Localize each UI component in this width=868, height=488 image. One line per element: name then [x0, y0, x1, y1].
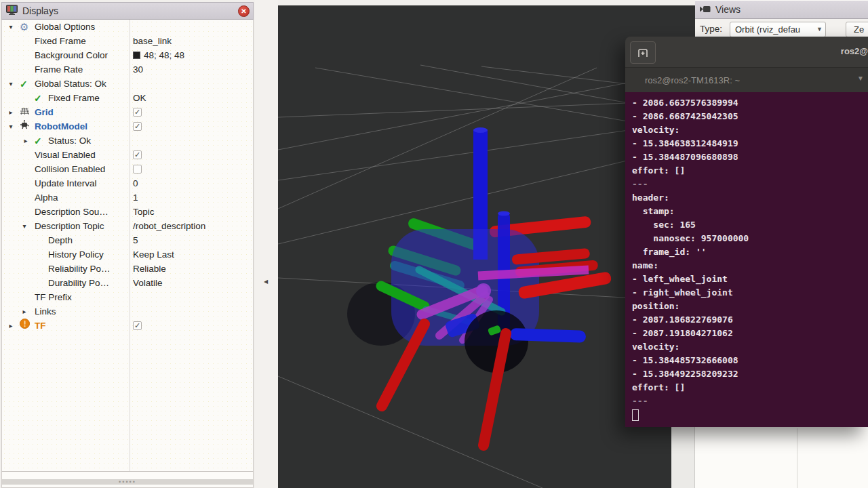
row-label: RobotModel [35, 119, 87, 134]
terminal-tab-bar[interactable]: ros2@ros2-TM1613R: ~ ▼ [625, 68, 868, 92]
row-checkbox[interactable]: ✓ [133, 150, 142, 159]
terminal-line: - right_wheel_joint [632, 286, 865, 300]
tree-row-robotmodel[interactable]: ▾RobotModel✓ [2, 119, 253, 134]
expander-open-icon[interactable]: ▾ [20, 219, 28, 233]
tree-row-description-topic[interactable]: ▾Description Topic/robot_description [2, 219, 253, 233]
row-checkbox[interactable]: ✓ [133, 122, 142, 131]
terminal-window[interactable]: ros2@ ros2@ros2-TM1613R: ~ ▼ - 2086.6637… [625, 37, 868, 427]
row-value[interactable]: Reliable [133, 262, 166, 276]
expander-open-icon[interactable]: ▾ [7, 20, 15, 34]
row-value[interactable]: 1 [133, 190, 138, 205]
terminal-output[interactable]: - 2086.6637576389994- 2086.6687425042305… [625, 92, 868, 427]
dock-resize-gutter[interactable]: ◀ [255, 0, 278, 488]
terminal-line: - 2087.186822769076 [632, 313, 865, 327]
new-tab-button[interactable] [630, 41, 656, 64]
tree-row-status-ok[interactable]: ▸✓Status: Ok [2, 134, 253, 148]
row-value[interactable]: OK [133, 91, 146, 105]
tree-row-global-status-ok[interactable]: ▾✓Global Status: Ok [2, 77, 253, 91]
views-scroll-gutter[interactable] [671, 427, 695, 488]
robot-icon [20, 119, 29, 134]
row-label: Durability Po… [48, 276, 109, 290]
expander-open-icon[interactable]: ▾ [7, 119, 15, 134]
row-checkbox[interactable]: ✓ [133, 321, 142, 330]
row-label: Status: Ok [48, 134, 91, 148]
expander-open-icon[interactable]: ▾ [7, 77, 15, 91]
expander-closed-icon[interactable]: ▸ [7, 319, 15, 333]
terminal-line: --- [632, 178, 865, 191]
tree-row-collision-enabled[interactable]: Collision Enabled [2, 162, 253, 176]
tree-row-links[interactable]: ▸Links [2, 304, 253, 319]
row-label: Links [35, 304, 56, 319]
row-label: Fixed Frame [35, 34, 86, 48]
views-list-divider [797, 428, 797, 488]
terminal-line: --- [632, 394, 865, 408]
tf-warning-icon [20, 319, 30, 333]
row-checkbox[interactable] [133, 165, 142, 174]
tree-row-update-interval[interactable]: Update Interval0 [2, 176, 253, 190]
views-icon [700, 4, 711, 15]
tree-row-description-sou-[interactable]: Description Sou…Topic [2, 205, 253, 219]
status-ok-check-icon: ✓ [20, 79, 28, 89]
row-checkbox[interactable]: ✓ [133, 108, 142, 117]
row-label: Visual Enabled [35, 148, 96, 162]
views-panel-header[interactable]: Views [695, 1, 868, 19]
terminal-line: effort: [] [632, 164, 865, 178]
row-value[interactable]: 30 [133, 62, 143, 77]
row-value[interactable]: base_link [133, 34, 172, 48]
row-value[interactable]: Volatile [133, 276, 163, 290]
views-panel-title: Views [715, 4, 741, 15]
terminal-line: - 2086.6687425042305 [632, 110, 865, 123]
tree-row-reliability-po-[interactable]: Reliability Po…Reliable [2, 262, 253, 276]
tree-row-global-options[interactable]: ▾⚙Global Options [2, 20, 253, 34]
view-type-dropdown[interactable]: Orbit (rviz_defau ▼ [730, 22, 826, 37]
tree-row-fixed-frame[interactable]: Fixed Framebase_link [2, 34, 253, 48]
panel-splitter-handle[interactable]: ••••• [2, 479, 253, 485]
row-value[interactable]: Topic [133, 205, 155, 219]
row-label: Grid [35, 105, 54, 119]
tree-row-grid[interactable]: ▸Grid✓ [2, 105, 253, 119]
terminal-line: - 15.384492258209232 [632, 367, 865, 381]
row-value[interactable]: Keep Last [133, 247, 174, 262]
expander-closed-icon[interactable]: ▸ [20, 304, 28, 319]
row-label: Alpha [35, 190, 58, 205]
terminal-line: nanosec: 957000000 [632, 232, 865, 245]
row-value[interactable]: 0 [133, 176, 138, 190]
row-label: Reliability Po… [48, 262, 111, 276]
close-icon[interactable]: ✕ [238, 5, 250, 17]
collapse-panel-icon[interactable]: ◀ [264, 279, 268, 285]
row-value[interactable]: 5 [133, 233, 138, 247]
row-value[interactable]: 48; 48; 48 [133, 48, 184, 62]
row-label: Fixed Frame [48, 91, 100, 105]
tree-row-history-policy[interactable]: History PolicyKeep Last [2, 247, 253, 262]
tree-row-durability-po-[interactable]: Durability Po…Volatile [2, 276, 253, 290]
tree-row-alpha[interactable]: Alpha1 [2, 190, 253, 205]
tree-row-frame-rate[interactable]: Frame Rate30 [2, 62, 253, 77]
terminal-line: velocity: [632, 340, 865, 354]
type-label: Type: [700, 24, 722, 34]
displays-panel-header[interactable]: Displays ✕ [1, 2, 254, 20]
terminal-line: position: [632, 300, 865, 313]
displays-icon [6, 5, 18, 17]
displays-tree[interactable]: ▾⚙Global OptionsFixed Framebase_linkBack… [1, 20, 254, 471]
terminal-line: - 2086.6637576389994 [632, 96, 865, 110]
terminal-cursor [632, 409, 639, 421]
expander-closed-icon[interactable]: ▸ [7, 105, 15, 119]
row-label: Depth [48, 233, 73, 247]
chevron-down-icon: ▼ [816, 22, 823, 37]
expander-closed-icon[interactable]: ▸ [22, 134, 30, 148]
tree-row-tf-prefix[interactable]: TF Prefix [2, 290, 253, 304]
terminal-tab-title[interactable]: ros2@ros2-TM1613R: ~ [645, 75, 740, 85]
row-label: Background Color [35, 48, 108, 62]
terminal-titlebar[interactable]: ros2@ [625, 37, 868, 68]
tree-row-visual-enabled[interactable]: Visual Enabled✓ [2, 148, 253, 162]
terminal-line: - 2087.191804271062 [632, 327, 865, 340]
tree-row-fixed-frame[interactable]: ✓Fixed FrameOK [2, 91, 253, 105]
tab-list-chevron-icon[interactable]: ▼ [857, 75, 864, 82]
tree-row-depth[interactable]: Depth5 [2, 233, 253, 247]
row-value[interactable]: /robot_description [133, 219, 205, 233]
terminal-line: frame_id: '' [632, 245, 865, 259]
zero-button[interactable]: Ze [846, 22, 868, 37]
tree-row-background-color[interactable]: Background Color48; 48; 48 [2, 48, 253, 62]
displays-panel-footer: ••••• [1, 471, 254, 488]
tree-row-tf[interactable]: ▸TF✓ [2, 319, 253, 333]
